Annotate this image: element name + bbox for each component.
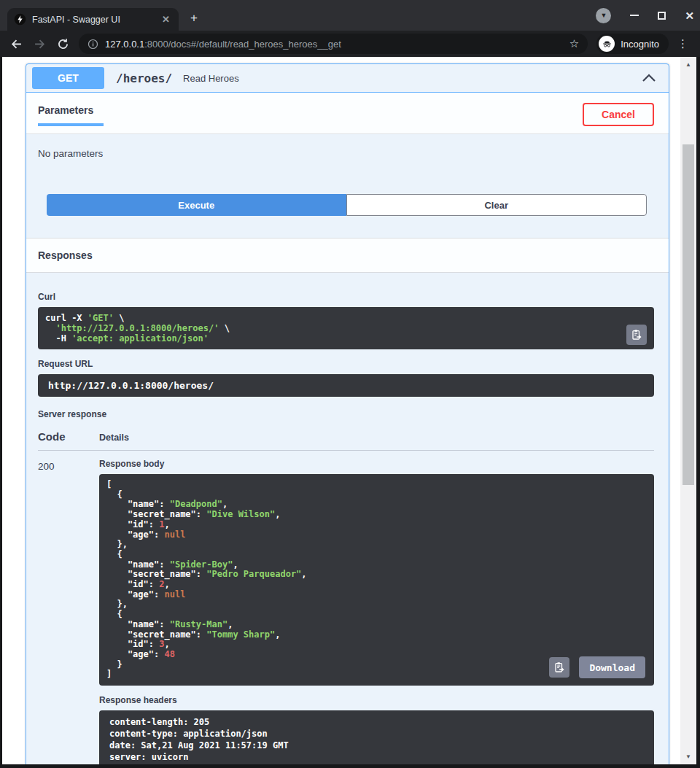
browser-titlebar: FastAPI - Swagger UI ✕ + ▼ ✕ <box>0 0 700 31</box>
incognito-icon <box>599 36 615 52</box>
page-info-icon[interactable] <box>88 39 98 50</box>
opblock-header[interactable]: GET /heroes/ Read Heroes <box>26 64 669 93</box>
reload-button[interactable] <box>52 34 73 54</box>
responses-body: Curl curl -X 'GET' \ 'http://127.0.0.1:8… <box>26 273 669 764</box>
request-url-text: http://127.0.0.1:8000/heroes/ <box>48 380 644 391</box>
incognito-label: Incognito <box>621 39 659 50</box>
response-body-json: [ { "name": "Deadpond", "secret_name": "… <box>106 480 647 680</box>
minimize-button[interactable] <box>630 15 639 16</box>
details-column-header: Details <box>99 430 129 443</box>
browser-toolbar: 127.0.0.1:8000/docs#/default/read_heroes… <box>0 31 700 57</box>
endpoint-summary: Read Heroes <box>183 73 239 84</box>
request-url-label: Request URL <box>38 359 654 369</box>
page-scrollbar[interactable]: ▲ ▼ <box>680 57 696 764</box>
request-url-block: http://127.0.0.1:8000/heroes/ <box>38 374 654 397</box>
endpoint-path: /heroes/ <box>116 71 172 85</box>
browser-menu-icon[interactable]: ⋮ <box>672 37 694 50</box>
bookmark-star-icon[interactable]: ☆ <box>569 37 579 50</box>
browser-update-icon[interactable]: ▼ <box>596 8 611 23</box>
curl-command-text: curl -X 'GET' \ 'http://127.0.0.1:8000/h… <box>45 313 647 344</box>
response-body-label: Response body <box>99 459 654 469</box>
url-text[interactable]: 127.0.0.1:8000/docs#/default/read_heroes… <box>105 39 563 50</box>
scrollbar-up-icon[interactable]: ▲ <box>680 61 696 68</box>
curl-label: Curl <box>38 292 654 302</box>
parameters-header: Parameters Cancel <box>26 93 669 134</box>
collapse-chevron-icon[interactable] <box>642 74 656 82</box>
table-divider <box>38 450 654 451</box>
server-response-label: Server response <box>38 409 654 419</box>
no-parameters-text: No parameters <box>26 134 669 159</box>
status-code: 200 <box>38 459 99 764</box>
response-table-header: Code Details <box>38 430 654 443</box>
tab-title: FastAPI - Swagger UI <box>32 15 154 25</box>
execute-row: Execute Clear <box>47 194 647 216</box>
maximize-button[interactable] <box>658 12 666 20</box>
download-button[interactable]: Download <box>579 656 645 678</box>
execute-button[interactable]: Execute <box>47 194 346 216</box>
cancel-button[interactable]: Cancel <box>583 103 654 126</box>
tab-close-icon[interactable]: ✕ <box>160 14 172 25</box>
back-button[interactable] <box>6 34 26 54</box>
method-badge: GET <box>32 67 104 89</box>
code-column-header: Code <box>38 430 99 443</box>
responses-section-title: Responses <box>26 238 669 273</box>
swagger-page: GET /heroes/ Read Heroes Parameters Canc… <box>2 57 680 764</box>
tab-parameters[interactable]: Parameters <box>38 103 104 126</box>
incognito-badge: Incognito <box>596 34 669 54</box>
url-bar[interactable]: 127.0.0.1:8000/docs#/default/read_heroes… <box>79 34 588 54</box>
response-headers-text: content-length: 205content-type: applica… <box>109 716 644 763</box>
new-tab-button[interactable]: + <box>190 11 198 26</box>
response-headers-label: Response headers <box>99 695 654 705</box>
scrollbar-thumb[interactable] <box>682 144 694 485</box>
forward-button[interactable] <box>29 34 50 54</box>
browser-tab[interactable]: FastAPI - Swagger UI ✕ <box>7 8 179 31</box>
opblock-get-heroes: GET /heroes/ Read Heroes Parameters Canc… <box>26 63 669 764</box>
window-close-button[interactable]: ✕ <box>685 10 694 21</box>
fastapi-favicon <box>14 13 26 26</box>
response-headers-block: content-length: 205content-type: applica… <box>99 710 654 764</box>
clear-button[interactable]: Clear <box>346 194 648 216</box>
curl-command-block: curl -X 'GET' \ 'http://127.0.0.1:8000/h… <box>38 307 654 349</box>
response-body-block: [ { "name": "Deadpond", "secret_name": "… <box>99 474 654 686</box>
response-row-200: 200 Response body [ { "name": "Deadpond"… <box>38 459 654 764</box>
copy-response-button[interactable] <box>549 657 569 678</box>
copy-curl-button[interactable] <box>626 325 647 345</box>
scrollbar-down-icon[interactable]: ▼ <box>680 753 696 760</box>
